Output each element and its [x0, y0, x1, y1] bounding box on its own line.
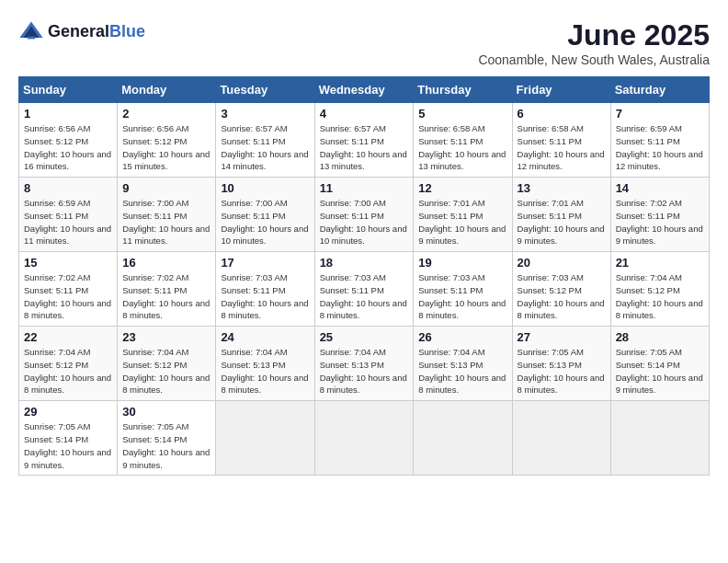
calendar-cell: 17Sunrise: 7:03 AMSunset: 5:11 PMDayligh… — [216, 252, 314, 327]
calendar-cell: 27Sunrise: 7:05 AMSunset: 5:13 PMDayligh… — [512, 327, 610, 401]
calendar-cell: 8Sunrise: 6:59 AMSunset: 5:11 PMDaylight… — [19, 178, 118, 252]
calendar-cell: 29Sunrise: 7:05 AMSunset: 5:14 PMDayligh… — [19, 401, 118, 476]
calendar-cell: 21Sunrise: 7:04 AMSunset: 5:12 PMDayligh… — [610, 252, 709, 327]
day-number: 16 — [122, 256, 210, 270]
day-info: Sunrise: 7:05 AMSunset: 5:14 PMDaylight:… — [24, 420, 112, 471]
day-number: 14 — [616, 181, 704, 195]
calendar-header-row: SundayMondayTuesdayWednesdayThursdayFrid… — [19, 77, 710, 103]
day-info: Sunrise: 7:03 AMSunset: 5:11 PMDaylight:… — [221, 271, 309, 322]
day-info: Sunrise: 7:02 AMSunset: 5:11 PMDaylight:… — [122, 271, 210, 322]
calendar-cell — [610, 401, 709, 476]
day-info: Sunrise: 7:03 AMSunset: 5:11 PMDaylight:… — [418, 271, 506, 322]
day-number: 22 — [24, 330, 112, 344]
calendar-header-thursday: Thursday — [414, 77, 512, 103]
day-info: Sunrise: 6:58 AMSunset: 5:11 PMDaylight:… — [518, 122, 606, 173]
day-number: 29 — [24, 405, 112, 419]
calendar-cell: 15Sunrise: 7:02 AMSunset: 5:11 PMDayligh… — [19, 252, 118, 327]
day-info: Sunrise: 7:03 AMSunset: 5:11 PMDaylight:… — [320, 271, 409, 322]
calendar-cell: 26Sunrise: 7:04 AMSunset: 5:13 PMDayligh… — [414, 327, 512, 401]
day-number: 28 — [616, 330, 704, 344]
calendar-row-2: 8Sunrise: 6:59 AMSunset: 5:11 PMDaylight… — [19, 178, 710, 252]
day-info: Sunrise: 7:04 AMSunset: 5:13 PMDaylight:… — [320, 346, 409, 396]
logo-general-text: General — [48, 22, 109, 40]
day-info: Sunrise: 7:05 AMSunset: 5:13 PMDaylight:… — [518, 346, 606, 396]
day-number: 19 — [418, 256, 506, 270]
day-info: Sunrise: 7:05 AMSunset: 5:14 PMDaylight:… — [616, 346, 704, 396]
day-info: Sunrise: 6:56 AMSunset: 5:12 PMDaylight:… — [122, 122, 210, 173]
calendar-row-4: 22Sunrise: 7:04 AMSunset: 5:12 PMDayligh… — [19, 327, 710, 401]
calendar-cell: 18Sunrise: 7:03 AMSunset: 5:11 PMDayligh… — [314, 252, 414, 327]
calendar-header-monday: Monday — [118, 77, 216, 103]
day-number: 5 — [418, 107, 506, 121]
day-info: Sunrise: 7:04 AMSunset: 5:12 PMDaylight:… — [122, 346, 210, 396]
calendar-header-sunday: Sunday — [19, 77, 118, 103]
day-info: Sunrise: 6:59 AMSunset: 5:11 PMDaylight:… — [24, 197, 112, 247]
day-number: 27 — [518, 330, 606, 344]
day-info: Sunrise: 7:02 AMSunset: 5:11 PMDaylight:… — [24, 271, 112, 322]
day-info: Sunrise: 7:04 AMSunset: 5:12 PMDaylight:… — [24, 346, 112, 396]
logo: GeneralBlue — [18, 18, 145, 44]
day-info: Sunrise: 7:00 AMSunset: 5:11 PMDaylight:… — [221, 197, 309, 247]
day-number: 25 — [320, 330, 409, 344]
calendar-cell: 12Sunrise: 7:01 AMSunset: 5:11 PMDayligh… — [414, 178, 512, 252]
day-number: 1 — [24, 107, 112, 121]
calendar-cell — [414, 401, 512, 476]
day-info: Sunrise: 7:04 AMSunset: 5:12 PMDaylight:… — [616, 271, 704, 322]
header: GeneralBlue June 2025 Coonamble, New Sou… — [18, 18, 710, 67]
day-number: 21 — [616, 256, 704, 270]
day-info: Sunrise: 7:05 AMSunset: 5:14 PMDaylight:… — [122, 420, 210, 471]
calendar-cell: 19Sunrise: 7:03 AMSunset: 5:11 PMDayligh… — [414, 252, 512, 327]
calendar-row-1: 1Sunrise: 6:56 AMSunset: 5:12 PMDaylight… — [19, 103, 710, 178]
day-number: 3 — [221, 107, 309, 121]
day-number: 9 — [122, 181, 210, 195]
day-number: 23 — [122, 330, 210, 344]
calendar-cell: 20Sunrise: 7:03 AMSunset: 5:12 PMDayligh… — [512, 252, 610, 327]
day-info: Sunrise: 7:01 AMSunset: 5:11 PMDaylight:… — [418, 197, 506, 247]
calendar-cell: 10Sunrise: 7:00 AMSunset: 5:11 PMDayligh… — [216, 178, 314, 252]
calendar-cell: 14Sunrise: 7:02 AMSunset: 5:11 PMDayligh… — [610, 178, 709, 252]
calendar-cell — [314, 401, 414, 476]
day-info: Sunrise: 7:03 AMSunset: 5:12 PMDaylight:… — [518, 271, 606, 322]
calendar-cell: 28Sunrise: 7:05 AMSunset: 5:14 PMDayligh… — [610, 327, 709, 401]
day-number: 17 — [221, 256, 309, 270]
calendar-cell: 4Sunrise: 6:57 AMSunset: 5:11 PMDaylight… — [314, 103, 414, 178]
calendar-row-3: 15Sunrise: 7:02 AMSunset: 5:11 PMDayligh… — [19, 252, 710, 327]
day-number: 10 — [221, 181, 309, 195]
day-number: 7 — [616, 107, 704, 121]
calendar-cell: 1Sunrise: 6:56 AMSunset: 5:12 PMDaylight… — [19, 103, 118, 178]
calendar-cell: 5Sunrise: 6:58 AMSunset: 5:11 PMDaylight… — [414, 103, 512, 178]
day-info: Sunrise: 7:00 AMSunset: 5:11 PMDaylight:… — [122, 197, 210, 247]
calendar-cell — [512, 401, 610, 476]
day-info: Sunrise: 6:58 AMSunset: 5:11 PMDaylight:… — [418, 122, 506, 173]
calendar-cell: 23Sunrise: 7:04 AMSunset: 5:12 PMDayligh… — [118, 327, 216, 401]
day-number: 30 — [122, 405, 210, 419]
day-info: Sunrise: 7:04 AMSunset: 5:13 PMDaylight:… — [418, 346, 506, 396]
location-title: Coonamble, New South Wales, Australia — [478, 52, 710, 67]
day-info: Sunrise: 6:59 AMSunset: 5:11 PMDaylight:… — [616, 122, 704, 173]
calendar-cell: 3Sunrise: 6:57 AMSunset: 5:11 PMDaylight… — [216, 103, 314, 178]
calendar-cell: 24Sunrise: 7:04 AMSunset: 5:13 PMDayligh… — [216, 327, 314, 401]
calendar-cell: 22Sunrise: 7:04 AMSunset: 5:12 PMDayligh… — [19, 327, 118, 401]
calendar-row-5: 29Sunrise: 7:05 AMSunset: 5:14 PMDayligh… — [19, 401, 710, 476]
svg-rect-2 — [28, 37, 35, 40]
day-number: 2 — [122, 107, 210, 121]
day-number: 8 — [24, 181, 112, 195]
calendar-table: SundayMondayTuesdayWednesdayThursdayFrid… — [18, 76, 710, 476]
day-number: 24 — [221, 330, 309, 344]
day-number: 6 — [518, 107, 606, 121]
calendar-cell: 30Sunrise: 7:05 AMSunset: 5:14 PMDayligh… — [118, 401, 216, 476]
calendar-header-saturday: Saturday — [610, 77, 709, 103]
day-number: 11 — [320, 181, 409, 195]
day-number: 4 — [320, 107, 409, 121]
calendar-header-friday: Friday — [512, 77, 610, 103]
calendar-cell: 25Sunrise: 7:04 AMSunset: 5:13 PMDayligh… — [314, 327, 414, 401]
day-info: Sunrise: 6:57 AMSunset: 5:11 PMDaylight:… — [320, 122, 409, 173]
day-number: 13 — [518, 181, 606, 195]
logo-icon — [18, 18, 44, 44]
day-info: Sunrise: 7:04 AMSunset: 5:13 PMDaylight:… — [221, 346, 309, 396]
calendar-cell: 7Sunrise: 6:59 AMSunset: 5:11 PMDaylight… — [610, 103, 709, 178]
calendar-header-tuesday: Tuesday — [216, 77, 314, 103]
calendar-cell: 2Sunrise: 6:56 AMSunset: 5:12 PMDaylight… — [118, 103, 216, 178]
day-number: 12 — [418, 181, 506, 195]
calendar-cell: 9Sunrise: 7:00 AMSunset: 5:11 PMDaylight… — [118, 178, 216, 252]
